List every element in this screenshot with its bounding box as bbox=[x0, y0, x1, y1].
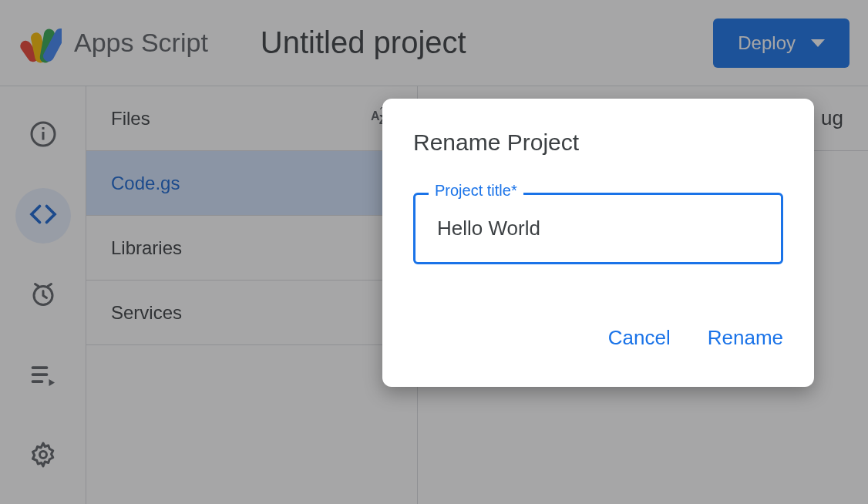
rename-project-dialog: Rename Project Project title* Cancel Ren… bbox=[382, 99, 814, 387]
project-title-label: Project title* bbox=[429, 182, 523, 200]
app-root: Apps Script Untitled project Deploy bbox=[0, 0, 868, 504]
cancel-button[interactable]: Cancel bbox=[608, 320, 671, 356]
project-title-input[interactable] bbox=[413, 193, 783, 264]
dialog-title: Rename Project bbox=[413, 129, 783, 156]
rename-button[interactable]: Rename bbox=[708, 320, 783, 356]
dialog-actions: Cancel Rename bbox=[413, 320, 783, 356]
project-title-field: Project title* bbox=[413, 193, 783, 264]
